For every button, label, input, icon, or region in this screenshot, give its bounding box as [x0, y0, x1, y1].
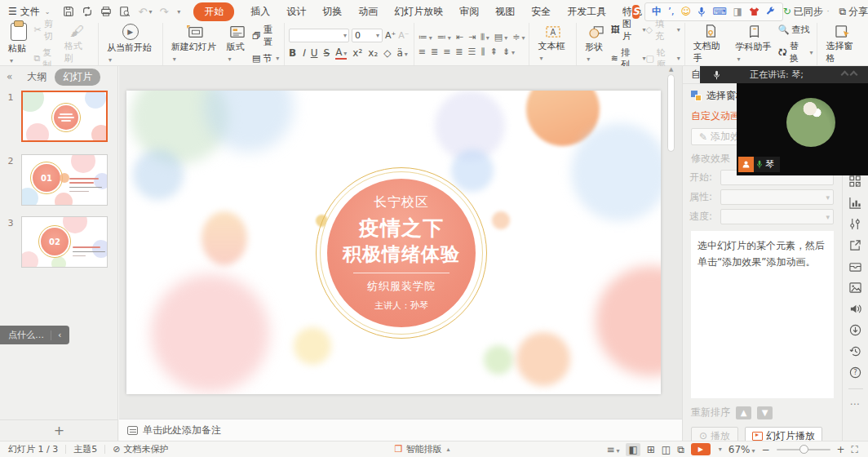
apps-grid-icon[interactable]	[849, 175, 861, 188]
strikethrough-button[interactable]: S	[324, 47, 330, 59]
slide-thumbnail-row-1[interactable]: 1	[0, 91, 118, 142]
line-spacing-button[interactable]: ≑▾	[512, 32, 525, 42]
archive-box-icon[interactable]	[849, 260, 861, 273]
font-size-select[interactable]: 0▾	[352, 29, 383, 42]
layout-button[interactable]: 版式▾	[222, 24, 252, 64]
justify-button[interactable]: ≣	[455, 47, 463, 57]
handwriting-icon[interactable]: ◨	[733, 6, 742, 17]
increase-font-button[interactable]: A⁺	[385, 30, 396, 41]
tab-home[interactable]: 开始	[193, 2, 234, 21]
italic-button[interactable]: I	[302, 47, 305, 59]
text-effect-button[interactable]: ä▾	[396, 47, 407, 59]
play-from-current-button[interactable]: ▶ 从当前开始▾	[103, 24, 158, 64]
chat-message-overlay[interactable]: 点什么… ‹	[0, 326, 69, 344]
settings-sliders-icon[interactable]	[849, 218, 861, 230]
history-icon[interactable]	[849, 345, 861, 357]
slide-sorter-view-button[interactable]: ⊞	[647, 444, 655, 455]
shapes-button[interactable]: 形状▾	[581, 25, 611, 64]
undo-button[interactable]: ↶▾	[138, 6, 152, 18]
zoom-slider-thumb[interactable]	[799, 445, 808, 454]
more-icon[interactable]: ⋯	[850, 398, 861, 410]
tab-security[interactable]: 安全	[531, 5, 551, 19]
align-center-button[interactable]: ≣	[431, 47, 438, 57]
zoom-out-button[interactable]: −	[761, 444, 769, 455]
zoom-slider[interactable]	[777, 449, 830, 450]
collapse-panel-button[interactable]: «	[7, 71, 12, 82]
share-button[interactable]: ⧉分享	[839, 5, 868, 19]
help-circle-icon[interactable]: ?	[849, 366, 861, 379]
meeting-header[interactable]: 正在讲话: 琴;	[700, 66, 868, 83]
cut-button[interactable]: ✂剪切	[33, 18, 60, 42]
scroll-up-icon[interactable]: ▲	[669, 66, 673, 73]
share-export-icon[interactable]	[849, 239, 861, 251]
doc-assistant-button[interactable]: 文档助手	[689, 24, 732, 64]
zoom-percent[interactable]: 67%▾	[728, 444, 755, 455]
meeting-collapse-icon[interactable]	[842, 72, 857, 78]
tab-animation[interactable]: 动画	[358, 5, 378, 19]
keyboard-icon[interactable]: ⌨	[712, 6, 726, 17]
media-view-button[interactable]: ⧉	[677, 444, 684, 455]
title-circle[interactable]: 长宁校区 疫情之下 积极情绪体验 纺织服装学院 主讲人：孙琴	[327, 179, 476, 327]
superscript-button[interactable]: x²	[352, 47, 362, 59]
shirt-icon[interactable]	[749, 7, 760, 16]
chat-collapse-icon[interactable]: ‹	[58, 330, 61, 340]
new-slide-button[interactable]: 新建幻灯片▾	[167, 24, 223, 64]
subscript-button[interactable]: x₂	[368, 47, 378, 59]
sync-status[interactable]: ↻已同步·	[783, 5, 830, 19]
notes-toggle-button[interactable]: ≡▾	[606, 444, 619, 455]
speaker-icon[interactable]	[849, 303, 861, 315]
slide-2-thumbnail[interactable]: 01	[21, 154, 108, 206]
add-slide-button[interactable]: +	[0, 419, 118, 441]
tab-design[interactable]: 设计	[286, 5, 306, 19]
speed-select[interactable]: ▾	[720, 209, 834, 224]
textbox-button[interactable]: A 文本框▾	[534, 25, 572, 63]
bullet-list-button[interactable]: ≔▾	[418, 32, 432, 42]
tab-view[interactable]: 视图	[495, 5, 515, 19]
reading-view-button[interactable]: ◫	[662, 444, 671, 455]
output-convert-button[interactable]	[82, 6, 93, 17]
property-select[interactable]: ▾	[720, 189, 834, 205]
tab-slideshow[interactable]: 幻灯片放映	[394, 5, 443, 19]
slide-1-canvas[interactable]: 长宁校区 疫情之下 积极情绪体验 纺织服装学院 主讲人：孙琴	[126, 91, 661, 394]
tab-insert[interactable]: 插入	[250, 5, 270, 19]
smart-layout-button[interactable]: ❒ 智能排版 ▴	[395, 443, 450, 455]
customize-quickbar-caret[interactable]: ▾	[177, 8, 180, 16]
chinese-input-icon[interactable]: 中	[652, 5, 662, 19]
fit-to-window-button[interactable]: ⛶	[852, 444, 858, 455]
editing-canvas[interactable]: 长宁校区 疫情之下 积极情绪体验 纺织服装学院 主讲人：孙琴 ▲	[119, 66, 682, 419]
slide-thumbnail-row-3[interactable]: 3 02	[0, 216, 118, 268]
font-name-select[interactable]: ▾	[289, 29, 349, 42]
zoom-in-button[interactable]: +	[837, 444, 845, 455]
tab-transition[interactable]: 切换	[322, 5, 342, 19]
reset-slide-button[interactable]: 🗇重置	[252, 24, 280, 48]
tab-slides[interactable]: 幻灯片	[55, 69, 100, 86]
paragraph-mark-button[interactable]: ▤▾	[494, 32, 507, 42]
tab-devtools[interactable]: 开发工具	[567, 5, 606, 19]
notes-bar[interactable]: 单击此处添加备注	[119, 419, 682, 441]
slide-thumbnail-row-2[interactable]: 2 01	[0, 154, 118, 206]
save-button[interactable]	[63, 6, 74, 17]
outdent-button[interactable]: ⇤	[456, 32, 463, 42]
tab-review[interactable]: 审阅	[459, 5, 479, 19]
text-direction-button[interactable]: ⫴▾	[480, 32, 489, 42]
print-preview-button[interactable]	[119, 6, 131, 17]
move-down-button[interactable]: ▼	[757, 406, 773, 419]
theme-name[interactable]: 主题5	[73, 443, 97, 455]
wrench-icon[interactable]	[766, 7, 776, 16]
redo-button[interactable]: ↷	[159, 6, 168, 18]
section-button[interactable]: ▤节▾	[252, 52, 280, 64]
mic-icon[interactable]	[698, 7, 706, 17]
underline-button[interactable]: U	[311, 47, 318, 59]
align-left-button[interactable]: ≡	[418, 47, 426, 57]
slide-1-thumbnail[interactable]	[21, 91, 108, 142]
decrease-font-button[interactable]: A⁻	[398, 30, 409, 41]
decrease-spacing-button[interactable]: ⇟▾	[503, 47, 515, 57]
columns-button[interactable]: ⫼	[480, 47, 485, 57]
bold-button[interactable]: B	[289, 47, 296, 59]
indent-button[interactable]: ⇥	[468, 32, 476, 42]
file-menu[interactable]: ☰ 文件 ⌄	[8, 5, 50, 19]
image-icon[interactable]	[849, 282, 861, 294]
align-right-button[interactable]: ≡	[443, 47, 450, 57]
number-list-button[interactable]: ≕▾	[437, 32, 451, 42]
punctuation-icon[interactable]: ’,	[668, 6, 675, 17]
